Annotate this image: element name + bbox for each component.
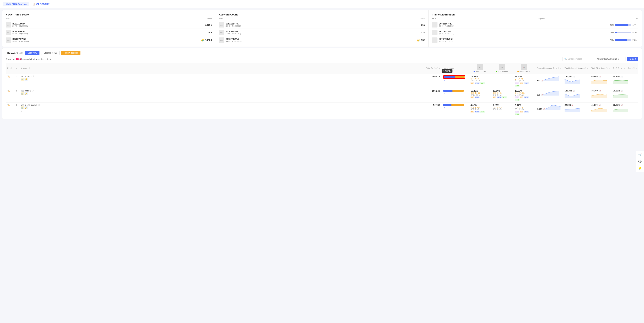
- td-asin3-thumb: [432, 37, 438, 43]
- pin-icon-3[interactable]: 🏷️: [7, 104, 10, 106]
- criteria-text: There are 1235 keywords that meet the cr…: [6, 58, 52, 60]
- criteria-count: 1235: [16, 58, 21, 60]
- td-dist-2: 13% 87%: [608, 31, 638, 34]
- asin1-cell-2: 15.25% Q 11 (P1-11) SP 17 (P3-5) HR OOR: [469, 88, 491, 102]
- kw-icons-3: 🛒 🔑: [21, 106, 423, 109]
- top3conv-trend-3: 📈: [620, 104, 622, 106]
- traffic-score-row-3: IMG B076FPGWNZ $6.99 4.7(157972) 👑 14086: [6, 36, 212, 44]
- keyword-cell-1: usb to usb c ⓘ 🛒 🔑: [19, 74, 424, 88]
- traffic-info-icon[interactable]: ⓘ: [436, 67, 438, 69]
- kw-info-icon-1[interactable]: ⓘ: [33, 75, 34, 78]
- asin1-tags-1: HR OOR SOR: [470, 82, 489, 84]
- expand-icon-1[interactable]: ⤢: [444, 79, 446, 81]
- top3click-info-icon[interactable]: ⓘ: [606, 67, 608, 69]
- asin2-cell-2: 26.34% Q 38 (P3-6) SP 2 (P1-2) HR OOR SO…: [491, 88, 513, 102]
- td-row-2: B07C97XFRL $5.45 4.5(42741) 13% 87%: [432, 29, 638, 36]
- asin1-cell-3: 4.02% Q 10 (P1-10) SP 5 (P1-5) HR OOR SO…: [469, 102, 491, 117]
- asin2-score: 446: [208, 31, 212, 34]
- asin2-sp-3: SP 2 (P1-2): [492, 108, 511, 110]
- search-placeholder: Enter keywords: [568, 58, 582, 60]
- asin3-tags-3: SBV HR OOR SOR: [515, 111, 534, 115]
- tab-organic-top10[interactable]: Organic Top10: [41, 51, 60, 55]
- asin2-cell-3: 8.27% Q 35 (P3-3) SP 2 (P1-2): [491, 102, 513, 117]
- sfr-val-3: 5,987: [537, 108, 542, 110]
- keyword-filter-dropdown[interactable]: Keywords of All ASINs ▾: [595, 57, 626, 61]
- filter-label: Keywords of All ASINs: [597, 58, 617, 60]
- kw-refresh-icon[interactable]: ↻: [21, 110, 22, 112]
- wsv-sort-icon[interactable]: ⇅: [587, 67, 588, 69]
- wsv-val-3: 22,296: [564, 104, 571, 106]
- kw-badge-cart-3: 🛒: [21, 106, 24, 109]
- keyword-count-title: Keyword Count: [219, 13, 425, 16]
- pin-icon-2[interactable]: 🏷️: [7, 90, 10, 92]
- kc-asin2-info: B07C97XFRL $5.45 4.5(42741): [226, 30, 420, 35]
- traffic-sort-icon[interactable]: ⇅: [438, 67, 440, 69]
- top3click-sort-icon[interactable]: ⇅: [608, 67, 610, 69]
- asin2-q-2: Q 38 (P3-6): [492, 92, 511, 94]
- traffic-share-cell-3: ⤢: [442, 102, 469, 117]
- kw-info-icon-3[interactable]: ⓘ: [38, 104, 40, 106]
- asin1-q-2: Q 11 (P1-11): [470, 92, 489, 94]
- sfr-trend-2: 📈: [541, 94, 543, 96]
- table-row: 🏷️ 3 usb to usb c cable ⓘ 🛒 🔑: [6, 102, 638, 117]
- tab-hourly-tracking[interactable]: Hourly Tracking: [61, 51, 80, 55]
- sfr-cell-3: 5,987 📈: [535, 102, 563, 117]
- keyword-info-icon[interactable]: ⓘ: [28, 67, 30, 69]
- top3conv-sort-icon[interactable]: ⇅: [635, 67, 637, 69]
- asin3-score: 14086: [205, 39, 212, 41]
- kc-asin3-thumb: IMG: [219, 37, 224, 43]
- asin2-cell-1: - -: [491, 74, 513, 88]
- th-wsv: Weekly Search Volume ⓘ ⇅: [563, 63, 590, 74]
- glossary-button[interactable]: 📋 GLOSSARY: [32, 3, 50, 5]
- asin2-sp-2: SP 2 (P1-2): [492, 94, 511, 96]
- th-sfr: Search Frequency Rank ⓘ ⇅: [535, 63, 563, 74]
- export-button[interactable]: Export: [627, 57, 638, 61]
- asin2-pct-1: -: [492, 75, 511, 78]
- expand-icon-3[interactable]: ⤢: [444, 106, 446, 108]
- keyword-search-input[interactable]: 🔍 Enter keywords: [562, 57, 593, 61]
- traffic-num-1: 205,816: [426, 75, 440, 78]
- top3conv-val-3: 32.25%: [613, 104, 620, 106]
- top3click-cell-2: 36.36% 📈: [590, 88, 611, 102]
- sfr-cell-2: 599 📈: [535, 88, 563, 102]
- top3conv-chart-2: [613, 92, 628, 98]
- pin-icon-1[interactable]: 🏷️: [7, 75, 10, 78]
- asin2-tags-2: HR OOR SOR: [492, 96, 511, 98]
- asin3-q-2: Q 12 (P1-12): [515, 92, 534, 94]
- kc-row-2: IMG B07C97XFRL $5.45 4.5(42741) 125: [219, 29, 425, 36]
- bar-gold-3: [452, 104, 464, 106]
- sfr-info-icon[interactable]: ⓘ: [558, 67, 559, 69]
- top3conv-chart-3: [613, 106, 628, 112]
- top3conv-info-icon[interactable]: ⓘ: [633, 67, 635, 69]
- td-dist-1: 83% 17%: [608, 24, 638, 26]
- dot-asin3: [518, 71, 519, 72]
- num-cell-2: 2: [14, 88, 19, 102]
- wsv-info-icon[interactable]: ⓘ: [584, 67, 586, 69]
- asin3-name: B076FPGWNZ: [12, 38, 200, 40]
- top3conv-val-2: 26.28%: [613, 90, 620, 92]
- td-asin1-info: B082Z1YYRK $9.49 4.6(52502): [439, 23, 606, 27]
- pin-info-icon[interactable]: ⓘ: [10, 67, 12, 69]
- summary-cards: 7-Day Traffic Score ASIN Score IMG B082Z…: [2, 10, 642, 47]
- traffic-cell-1: 205,816: [424, 74, 442, 88]
- asin3-cell-2: 15.57% Q 12 (P1-12) SP 2 (P1-2) SBV HR O…: [513, 88, 535, 102]
- expand-icon-2[interactable]: ⤢: [444, 92, 446, 94]
- nav-tab-multi-asin[interactable]: Multi-ASIN Analysis: [4, 2, 29, 6]
- traffic-dist-title: Traffic Distribution: [432, 13, 638, 16]
- tab-data-view[interactable]: Data View: [25, 51, 39, 55]
- traffic-score-header: ASIN Score: [6, 18, 212, 20]
- kw-info-icon-2[interactable]: ⓘ: [32, 90, 34, 92]
- asin1-meta: $9.49 4.6(52502): [12, 25, 204, 27]
- table-row: 🏷️ 2 usb c cable ⓘ 🛒 🔑: [6, 88, 638, 102]
- tag-sbv: SBV: [515, 82, 519, 84]
- sfr-sort-icon[interactable]: ⇅: [560, 67, 561, 69]
- pin-cell-1: 🏷️: [6, 74, 14, 88]
- pin-cell-3: 🏷️: [6, 102, 14, 117]
- svg-text:IMG: IMG: [7, 24, 9, 26]
- asin1-info: B082Z1YYRK $9.49 4.6(52502): [12, 23, 204, 27]
- asin1-header-label: B082Z1YYRK: [476, 70, 486, 72]
- kw-badge-cart-1: 🛒: [21, 78, 24, 81]
- top3conv-val-1: 34.25%: [613, 75, 620, 78]
- sfr-trend-1: 📈: [541, 80, 543, 82]
- asin3-sp-3: SP 1 (P1-1): [515, 108, 534, 110]
